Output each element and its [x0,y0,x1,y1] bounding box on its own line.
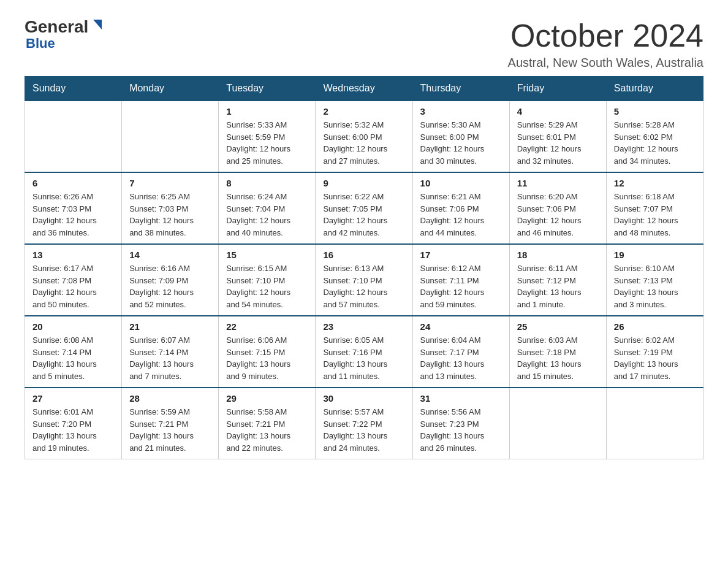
calendar-cell: 13Sunrise: 6:17 AM Sunset: 7:08 PM Dayli… [25,244,122,316]
day-info: Sunrise: 6:05 AM Sunset: 7:16 PM Dayligh… [323,334,404,382]
calendar-cell: 25Sunrise: 6:03 AM Sunset: 7:18 PM Dayli… [509,316,606,388]
day-info: Sunrise: 6:11 AM Sunset: 7:12 PM Dayligh… [517,262,599,310]
calendar-cell: 18Sunrise: 6:11 AM Sunset: 7:12 PM Dayli… [509,244,606,316]
logo: General Blue [25,18,104,52]
day-header-saturday: Saturday [606,77,703,101]
day-number: 8 [226,178,308,188]
calendar-cell: 5Sunrise: 5:28 AM Sunset: 6:02 PM Daylig… [606,101,703,172]
day-info: Sunrise: 6:03 AM Sunset: 7:18 PM Dayligh… [517,334,599,382]
calendar-cell: 21Sunrise: 6:07 AM Sunset: 7:14 PM Dayli… [122,316,219,388]
calendar-cell: 3Sunrise: 5:30 AM Sunset: 6:00 PM Daylig… [412,101,509,172]
day-info: Sunrise: 6:22 AM Sunset: 7:05 PM Dayligh… [323,191,404,239]
calendar-cell [25,101,122,172]
week-row-1: 1Sunrise: 5:33 AM Sunset: 5:59 PM Daylig… [25,101,703,172]
calendar-cell: 30Sunrise: 5:57 AM Sunset: 7:22 PM Dayli… [316,388,412,459]
day-number: 11 [517,178,599,188]
day-info: Sunrise: 6:15 AM Sunset: 7:10 PM Dayligh… [226,262,308,310]
calendar-cell: 31Sunrise: 5:56 AM Sunset: 7:23 PM Dayli… [412,388,509,459]
calendar-cell: 6Sunrise: 6:26 AM Sunset: 7:03 PM Daylig… [25,172,122,244]
day-number: 2 [323,106,404,117]
day-number: 5 [614,106,696,117]
day-header-row: SundayMondayTuesdayWednesdayThursdayFrid… [25,77,703,101]
week-row-3: 13Sunrise: 6:17 AM Sunset: 7:08 PM Dayli… [25,244,703,316]
day-info: Sunrise: 6:16 AM Sunset: 7:09 PM Dayligh… [129,262,211,310]
day-number: 14 [129,250,211,260]
day-info: Sunrise: 6:04 AM Sunset: 7:17 PM Dayligh… [420,334,502,382]
calendar-cell: 22Sunrise: 6:06 AM Sunset: 7:15 PM Dayli… [219,316,316,388]
svg-marker-0 [93,20,102,29]
day-number: 15 [226,250,308,260]
day-number: 12 [614,178,696,188]
calendar-cell: 23Sunrise: 6:05 AM Sunset: 7:16 PM Dayli… [316,316,412,388]
calendar-cell: 24Sunrise: 6:04 AM Sunset: 7:17 PM Dayli… [412,316,509,388]
calendar-cell: 1Sunrise: 5:33 AM Sunset: 5:59 PM Daylig… [219,101,316,172]
day-number: 28 [129,393,211,404]
day-number: 1 [226,106,308,117]
day-number: 9 [323,178,404,188]
calendar-cell: 8Sunrise: 6:24 AM Sunset: 7:04 PM Daylig… [219,172,316,244]
day-info: Sunrise: 6:08 AM Sunset: 7:14 PM Dayligh… [32,334,114,382]
calendar-cell: 28Sunrise: 5:59 AM Sunset: 7:21 PM Dayli… [122,388,219,459]
calendar-cell: 26Sunrise: 6:02 AM Sunset: 7:19 PM Dayli… [606,316,703,388]
page-header: General Blue October 2024 Austral, New S… [25,18,703,70]
calendar-cell: 20Sunrise: 6:08 AM Sunset: 7:14 PM Dayli… [25,316,122,388]
week-row-4: 20Sunrise: 6:08 AM Sunset: 7:14 PM Dayli… [25,316,703,388]
day-number: 21 [129,321,211,332]
day-info: Sunrise: 6:25 AM Sunset: 7:03 PM Dayligh… [129,191,211,239]
day-number: 29 [226,393,308,404]
day-header-monday: Monday [122,77,219,101]
calendar-cell: 9Sunrise: 6:22 AM Sunset: 7:05 PM Daylig… [316,172,412,244]
day-number: 3 [420,106,502,117]
day-number: 10 [420,178,502,188]
calendar-cell: 14Sunrise: 6:16 AM Sunset: 7:09 PM Dayli… [122,244,219,316]
calendar-cell [509,388,606,459]
day-number: 19 [614,250,696,260]
day-info: Sunrise: 5:58 AM Sunset: 7:21 PM Dayligh… [226,406,308,454]
calendar-cell: 15Sunrise: 6:15 AM Sunset: 7:10 PM Dayli… [219,244,316,316]
logo-general-text: General [25,18,88,36]
day-number: 18 [517,250,599,260]
calendar-cell: 12Sunrise: 6:18 AM Sunset: 7:07 PM Dayli… [606,172,703,244]
day-info: Sunrise: 5:29 AM Sunset: 6:01 PM Dayligh… [517,119,599,167]
location-subtitle: Austral, New South Wales, Australia [508,56,703,70]
day-info: Sunrise: 6:13 AM Sunset: 7:10 PM Dayligh… [323,262,404,310]
day-info: Sunrise: 5:57 AM Sunset: 7:22 PM Dayligh… [323,406,404,454]
calendar-cell: 19Sunrise: 6:10 AM Sunset: 7:13 PM Dayli… [606,244,703,316]
day-info: Sunrise: 6:17 AM Sunset: 7:08 PM Dayligh… [32,262,114,310]
day-number: 27 [32,393,114,404]
logo-arrow-icon [91,20,104,33]
day-number: 25 [517,321,599,332]
day-info: Sunrise: 5:56 AM Sunset: 7:23 PM Dayligh… [420,406,502,454]
day-info: Sunrise: 6:21 AM Sunset: 7:06 PM Dayligh… [420,191,502,239]
day-header-wednesday: Wednesday [316,77,412,101]
calendar-cell: 11Sunrise: 6:20 AM Sunset: 7:06 PM Dayli… [509,172,606,244]
day-number: 17 [420,250,502,260]
calendar-cell: 16Sunrise: 6:13 AM Sunset: 7:10 PM Dayli… [316,244,412,316]
day-info: Sunrise: 5:59 AM Sunset: 7:21 PM Dayligh… [129,406,211,454]
title-area: October 2024 Austral, New South Wales, A… [508,18,703,70]
calendar-cell: 7Sunrise: 6:25 AM Sunset: 7:03 PM Daylig… [122,172,219,244]
day-info: Sunrise: 6:12 AM Sunset: 7:11 PM Dayligh… [420,262,502,310]
day-info: Sunrise: 6:20 AM Sunset: 7:06 PM Dayligh… [517,191,599,239]
day-number: 4 [517,106,599,117]
day-info: Sunrise: 5:30 AM Sunset: 6:00 PM Dayligh… [420,119,502,167]
day-number: 31 [420,393,502,404]
day-info: Sunrise: 5:33 AM Sunset: 5:59 PM Dayligh… [226,119,308,167]
day-number: 13 [32,250,114,260]
day-number: 23 [323,321,404,332]
calendar-cell [606,388,703,459]
day-info: Sunrise: 6:26 AM Sunset: 7:03 PM Dayligh… [32,191,114,239]
week-row-2: 6Sunrise: 6:26 AM Sunset: 7:03 PM Daylig… [25,172,703,244]
calendar-cell: 4Sunrise: 5:29 AM Sunset: 6:01 PM Daylig… [509,101,606,172]
day-number: 24 [420,321,502,332]
day-info: Sunrise: 5:32 AM Sunset: 6:00 PM Dayligh… [323,119,404,167]
calendar-table: SundayMondayTuesdayWednesdayThursdayFrid… [25,76,703,459]
month-title: October 2024 [508,18,703,53]
calendar-cell: 2Sunrise: 5:32 AM Sunset: 6:00 PM Daylig… [316,101,412,172]
week-row-5: 27Sunrise: 6:01 AM Sunset: 7:20 PM Dayli… [25,388,703,459]
day-info: Sunrise: 6:10 AM Sunset: 7:13 PM Dayligh… [614,262,696,310]
day-info: Sunrise: 6:24 AM Sunset: 7:04 PM Dayligh… [226,191,308,239]
day-number: 22 [226,321,308,332]
calendar-cell: 27Sunrise: 6:01 AM Sunset: 7:20 PM Dayli… [25,388,122,459]
day-header-friday: Friday [509,77,606,101]
